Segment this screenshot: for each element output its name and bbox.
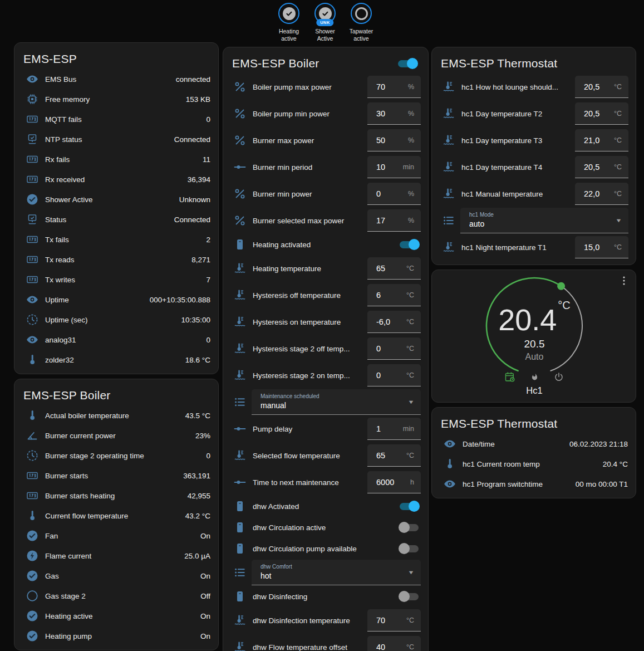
number-input[interactable]: 40°C bbox=[367, 636, 421, 651]
select-field[interactable]: hc1 Modeauto▼ bbox=[460, 208, 628, 233]
number-input[interactable]: 1min bbox=[367, 418, 421, 440]
toggle-switch[interactable] bbox=[399, 501, 420, 512]
entity-row[interactable]: hc1 Program switchtime00 mo 00:00 T1 bbox=[432, 474, 636, 494]
entity-row[interactable]: Burner current power23% bbox=[14, 425, 218, 446]
wtherm-icon bbox=[233, 614, 247, 627]
list-icon bbox=[442, 214, 455, 227]
toggle-switch[interactable] bbox=[399, 522, 420, 533]
entity-row[interactable]: Rx received36,394 bbox=[14, 169, 218, 189]
glance-heating-active[interactable]: Heating active bbox=[273, 3, 304, 42]
off-mode-button[interactable] bbox=[552, 370, 566, 384]
select-value: hot bbox=[260, 571, 404, 580]
entity-row[interactable]: MQTT fails0 bbox=[14, 109, 218, 129]
eye-icon bbox=[26, 333, 39, 346]
entity-row[interactable]: Burner stage 2 operating time0 bbox=[14, 446, 218, 466]
number-input[interactable]: 0% bbox=[367, 183, 421, 205]
chip-icon bbox=[26, 92, 39, 106]
entity-row[interactable]: FanOn bbox=[14, 526, 218, 546]
dashboard: Heating active UNK Shower Active Tapwate… bbox=[0, 0, 644, 651]
list-icon bbox=[233, 566, 247, 579]
number-input[interactable]: 6000h bbox=[367, 471, 421, 493]
entity-row[interactable]: Gas stage 2Off bbox=[14, 586, 218, 606]
entity-label: dhw Disinfecting bbox=[253, 593, 399, 601]
number-input[interactable]: 65°C bbox=[367, 257, 421, 280]
number-value: 40 bbox=[376, 643, 385, 651]
entity-row[interactable]: Free memory153 KB bbox=[14, 89, 218, 109]
number-input[interactable]: 20,5°C bbox=[575, 76, 628, 98]
entity-row[interactable]: Shower ActiveUnknown bbox=[14, 189, 218, 209]
number-input[interactable]: 0°C bbox=[367, 337, 421, 360]
entity-row[interactable]: EMS Busconnected bbox=[14, 69, 218, 89]
number-unit: °C bbox=[614, 163, 622, 171]
entity-row[interactable]: Rx fails11 bbox=[14, 149, 218, 169]
number-input[interactable]: 21,0°C bbox=[575, 129, 628, 151]
number-input[interactable]: 17% bbox=[367, 209, 421, 232]
entity-row[interactable]: Heating activeOn bbox=[14, 606, 218, 626]
number-input[interactable]: 6°C bbox=[367, 284, 421, 306]
number-value: 20,5 bbox=[584, 109, 599, 118]
entity-label: dhw Circulation pump available bbox=[253, 545, 399, 553]
entity-row[interactable]: analog310 bbox=[14, 330, 218, 350]
entity-row[interactable]: Tx fails2 bbox=[14, 229, 218, 249]
select-field[interactable]: dhw Comforthot▼ bbox=[252, 560, 421, 585]
entity-label: EMS Bus bbox=[45, 75, 176, 84]
number-input[interactable]: 70% bbox=[367, 76, 421, 98]
glance-shower-active[interactable]: UNK Shower Active bbox=[309, 3, 341, 42]
number-unit: °C bbox=[406, 643, 414, 651]
entity-row[interactable]: Tx writes7 bbox=[14, 270, 218, 290]
number-input[interactable]: 0°C bbox=[367, 364, 421, 386]
glance-tapwater-active[interactable]: Tapwater active bbox=[346, 3, 377, 42]
entity-value: Connected bbox=[174, 216, 210, 224]
entity-row[interactable]: Uptime (sec)10:35:00 bbox=[14, 310, 218, 330]
entity-row[interactable]: GasOn bbox=[14, 566, 218, 586]
entity-row[interactable]: Burner starts heating42,955 bbox=[14, 486, 218, 506]
entity-row[interactable]: hc1 Current room temp20.4 °C bbox=[432, 454, 636, 474]
number-unit: °C bbox=[614, 83, 622, 91]
entity-row[interactable]: Heating pumpOn bbox=[14, 626, 218, 646]
card-thermostat-controls: EMS-ESP Thermostat hc1 How hot lounge sh… bbox=[431, 47, 636, 265]
toggle-switch[interactable] bbox=[399, 543, 420, 554]
entity-row[interactable]: Date/time06.02.2023 21:18 bbox=[432, 434, 636, 454]
number-input[interactable]: 15,0°C bbox=[575, 236, 628, 258]
entity-label: Pump delay bbox=[253, 425, 367, 433]
number-input[interactable]: 20,5°C bbox=[575, 156, 628, 178]
wtherm-icon bbox=[233, 369, 247, 382]
entity-label: hc1 Night temperature T1 bbox=[461, 243, 575, 252]
eye-icon bbox=[443, 477, 456, 491]
boiler-master-toggle[interactable] bbox=[397, 58, 418, 69]
number-input[interactable]: 10min bbox=[367, 156, 421, 178]
number-input[interactable]: 20,5°C bbox=[575, 102, 628, 125]
glance-bar: Heating active UNK Shower Active Tapwate… bbox=[273, 3, 377, 42]
select-field[interactable]: Maintenance scheduledmanual▼ bbox=[252, 389, 421, 415]
entity-label: Boiler pump min power bbox=[253, 110, 367, 118]
counter-icon bbox=[26, 489, 39, 502]
entity-row[interactable]: Flame current25.0 µA bbox=[14, 546, 218, 566]
wtherm-icon bbox=[442, 241, 455, 254]
card-title: EMS-ESP Boiler bbox=[23, 389, 110, 402]
toggle-switch[interactable] bbox=[399, 239, 420, 250]
number-value: 1 bbox=[376, 424, 381, 433]
hvac-mode-buttons bbox=[432, 370, 636, 384]
number-input[interactable]: 22,0°C bbox=[575, 183, 628, 205]
number-input[interactable]: -6,0°C bbox=[367, 311, 421, 333]
entity-row[interactable]: StatusConnected bbox=[14, 209, 218, 229]
entity-row[interactable]: Current flow temperature43.2 °C bbox=[14, 506, 218, 526]
auto-mode-button[interactable] bbox=[503, 370, 517, 384]
entity-row: dhw Comforthot▼ bbox=[223, 559, 428, 586]
percent-icon bbox=[233, 187, 247, 200]
number-input[interactable]: 50% bbox=[367, 129, 421, 151]
entity-row[interactable]: Actual boiler temperature43.5 °C bbox=[14, 405, 218, 425]
number-value: 6000 bbox=[376, 478, 394, 487]
number-input[interactable]: 70°C bbox=[367, 609, 421, 632]
entity-row[interactable]: Tx reads8,271 bbox=[14, 249, 218, 270]
entity-row[interactable]: Burner starts363,191 bbox=[14, 466, 218, 486]
number-input[interactable]: 65°C bbox=[367, 444, 421, 467]
entity-row[interactable]: zolder3218.6 °C bbox=[14, 350, 218, 370]
check-circle-icon bbox=[283, 7, 296, 20]
entity-label: Gas bbox=[45, 572, 200, 580]
number-input[interactable]: 30% bbox=[367, 102, 421, 125]
entity-row[interactable]: Uptime000+10:35:00.888 bbox=[14, 290, 218, 310]
toggle-switch[interactable] bbox=[399, 591, 420, 602]
entity-row[interactable]: NTP statusConnected bbox=[14, 129, 218, 149]
heat-mode-button[interactable] bbox=[528, 370, 541, 384]
